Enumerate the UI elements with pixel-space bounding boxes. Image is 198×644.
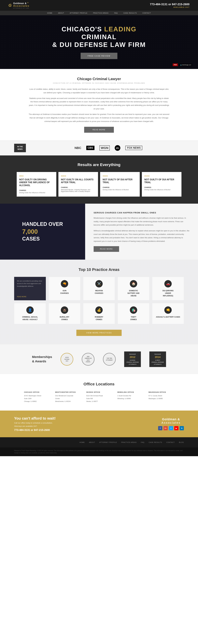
result-date-2: 3/24/15 (61, 175, 95, 177)
practice-card-weapon[interactable]: ⚔️ WeaponCharges (83, 277, 115, 300)
footer-logo-area: Goldman & Associates f G+ t ▶ in (158, 418, 184, 430)
office-wheeling: WHEELING OFFICE 1 South Dundee Rd Wheeli… (117, 391, 143, 403)
handled-line2: CASES (22, 236, 40, 242)
office-westchester-addr: One Westbrook Corporate Center Westchest… (55, 394, 81, 403)
about-para-3: The attorneys at Goldman & Associates re… (28, 113, 170, 123)
wgn-logo: WGN (99, 146, 110, 150)
header-phone[interactable]: 773-484-3131 or 847-215-2600 (150, 3, 189, 6)
office-westchester: WESTCHESTER OFFICE One Westbrook Corpora… (55, 391, 81, 403)
assault-title: Assault & Battery Cases (154, 316, 181, 318)
office-title: Office Locations (14, 382, 184, 386)
result-card-4: 3/13/15 NOT GUILTY OF DUI AFTER TRIAL CH… (142, 172, 181, 196)
avvo-badge: AVVORATING10.0 (61, 353, 73, 366)
footer-cta-headline: You can't afford to wait! (14, 416, 56, 420)
footer-nav-case-results[interactable]: CASE RESULTS (149, 442, 162, 443)
footer-nav-contact[interactable]: CONTACT (166, 442, 175, 443)
handled-para-2: Without a knowledgeable criminal defense… (94, 229, 189, 243)
footer-nav-about[interactable]: ABOUT (89, 442, 95, 443)
assault-icon: 👊 (164, 306, 172, 314)
footer-cta-phone[interactable]: 773-484-3131 or 847-215-2600 (14, 429, 56, 432)
nav-attorney[interactable]: ATTORNEY PROFILE (70, 12, 87, 14)
office-chicago: CHICAGO OFFICE 20 W. Washington Street S… (24, 391, 50, 403)
social-icons-bar: f G+ t ▶ in (158, 426, 184, 430)
social-facebook[interactable]: f (158, 426, 162, 430)
bottom-bar-text: Website by Fresh Digital Marketing. © 20… (14, 450, 184, 454)
practice-card-dui[interactable]: 🚗 DUI (DrivingUnderInfluence) (152, 277, 184, 300)
result-title-1: NOT GUILTY ON DRIVING UNDER THE INFLUENC… (19, 178, 54, 187)
header-available: AVAILABLE 24/7 (150, 6, 189, 8)
handled-line1: HANDLED OVER (22, 221, 63, 227)
logo-main: Goldman & (13, 2, 27, 4)
results-section: Results are Everything 4/9/15 NOT GUILTY… (0, 156, 198, 204)
handled-right: SERIOUS CHARGES CAN HAPPEN FROM SMALL ON… (85, 204, 198, 260)
in-the-news-label: IN THENEWS (14, 144, 26, 152)
about-para-2: Statistics prove that many people accuse… (28, 97, 170, 111)
dui-title: DUI (DrivingUnderInfluence) (154, 290, 181, 297)
nav-practice[interactable]: PRACTICE AREAS (93, 12, 108, 14)
office-skokie-addr: 5215 Old Orchard Road Suite 500 Skokie, … (86, 394, 112, 403)
weapon-title: WeaponCharges (85, 290, 113, 294)
theft-icon: 🛍️ (130, 306, 137, 314)
footer-nav-attorney[interactable]: ATTORNEY PROFILE (99, 442, 117, 443)
practice-card-sexual[interactable]: 👤 Criminal SexualAbuse / Assault (14, 303, 46, 324)
office-waukegan-name: WAUKEGAN OFFICE (148, 391, 174, 393)
result-charge-1: Driving Under the Influence of Alcohol (19, 192, 54, 194)
social-google-plus[interactable]: G+ (163, 426, 168, 430)
nav-home[interactable]: HOME (47, 12, 52, 14)
hero-section: CHICAGO'S LEADING CRIMINAL & DUI DEFENSE… (0, 15, 198, 69)
office-skokie: SKOKIE OFFICE 5215 Old Orchard Road Suit… (86, 391, 112, 403)
about-title: Chicago Criminal Lawyer (28, 77, 170, 81)
aba-badge: ABAAMERICANBARASSOC. (82, 353, 94, 366)
footer-nav-practice[interactable]: PRACTICE AREAS (121, 442, 137, 443)
result-charge-label-4: CHARGE: (144, 186, 179, 188)
hero-highlight: LEADING (104, 26, 136, 33)
practice-card-theft[interactable]: 🛍️ TheftCrimes (118, 303, 149, 324)
result-charge-3: Driving Under the Influence of Alcohol (103, 189, 137, 190)
practice-card-robbery[interactable]: 💰 RobberyCrimes (83, 303, 115, 324)
nav-contact[interactable]: CONTACT (142, 12, 151, 14)
office-chicago-addr: 20 W. Washington Street Suite 1500 Chica… (24, 394, 50, 403)
robbery-icon: 💰 (95, 306, 103, 314)
practice-card-gun[interactable]: 🔫 GunCharges (49, 277, 80, 300)
memberships-label: Memberships& Awards (32, 355, 52, 364)
theft-title: TheftCrimes (120, 316, 147, 321)
about-read-more-button[interactable]: READ MORE (84, 127, 114, 133)
footer-nav: HOME ABOUT ATTORNEY PROFILE PRACTICE ARE… (0, 437, 198, 448)
social-twitter[interactable]: t (169, 426, 173, 430)
result-date-1: 4/9/15 (19, 175, 54, 177)
nav-about[interactable]: ABOUT (58, 12, 64, 14)
hero-line2: CRIMINAL (81, 33, 117, 40)
result-date-3: 3/16/15 (103, 175, 137, 177)
handled-read-more-button[interactable]: READ MORE (94, 246, 119, 252)
result-card-3: 3/16/15 NOT GUILTY OF DUI AFTER TRIAL CH… (100, 172, 140, 196)
logo-sub: Associates (13, 5, 30, 7)
result-title-4: NOT GUILTY OF DUI AFTER TRIAL (144, 178, 179, 184)
result-title-2: NOT GUILTY ON ALL COUNTS AFTER TRIAL (61, 178, 95, 184)
handled-left: HANDLED OVER 7,000 CASES (0, 204, 85, 260)
footer-nav-blog[interactable]: BLOG (179, 442, 184, 443)
handled-right-title: SERIOUS CHARGES CAN HAPPEN FROM SMALL ON… (94, 212, 189, 214)
footer-nav-faq[interactable]: FAQ (141, 442, 144, 443)
handled-highlight: 7,000 (22, 228, 38, 235)
hero-cta-button[interactable]: FREE CASE REVIEW (81, 53, 118, 59)
office-waukegan: WAUKEGAN OFFICE 57 S. County Street Wauk… (148, 391, 174, 403)
top-header: G Goldman & ® Associates ATTORNEYS AT LA… (0, 0, 198, 11)
social-linkedin[interactable]: in (180, 426, 184, 430)
practice-first-link[interactable]: READ MORE (17, 296, 43, 298)
about-section: Chicago Criminal Lawyer CONVICTION OF A … (0, 69, 198, 140)
handled-para-1: Misdemeanor charges from driving under t… (94, 216, 189, 227)
practice-card-burglary[interactable]: 🏚️ BurglaryCrimes (49, 303, 80, 324)
result-charge-2: Attempted Murder, Unlawful Restraint, an… (61, 189, 95, 192)
office-wheeling-name: WHEELING OFFICE (117, 391, 143, 393)
nav-case-results[interactable]: CASE RESULTS (123, 12, 137, 14)
social-youtube[interactable]: ▶ (174, 426, 178, 430)
burglary-icon: 🏚️ (61, 306, 68, 314)
footer-nav-home[interactable]: HOME (80, 442, 85, 443)
practice-card-domestic[interactable]: 🏠 DomesticBattery andAbuse (118, 277, 149, 300)
offices-grid: CHICAGO OFFICE 20 W. Washington Street S… (14, 391, 184, 403)
practice-card-assault[interactable]: 👊 Assault & Battery Cases (152, 303, 184, 324)
weapon-icon: ⚔️ (95, 280, 103, 288)
footer-nav-links: HOME ABOUT ATTORNEY PROFILE PRACTICE ARE… (80, 442, 184, 443)
view-more-practices-button[interactable]: VIEW MORE PRACTICES (76, 330, 122, 336)
nav-faq[interactable]: FAQ (114, 12, 118, 14)
